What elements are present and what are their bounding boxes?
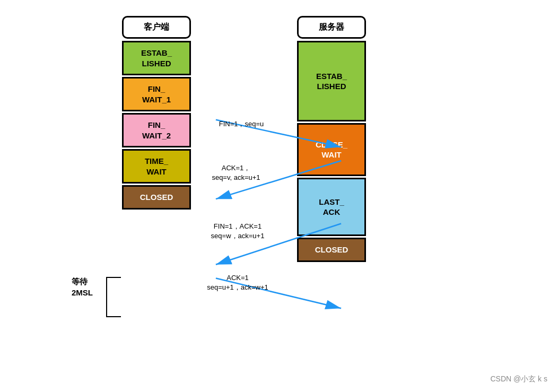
client-state-closed: CLOSED — [122, 185, 191, 210]
server-state-last-ack: LAST_ ACK — [297, 178, 366, 236]
msl-annotation: 等待 2MSL — [72, 276, 93, 298]
client-header: 客户端 — [122, 16, 191, 39]
server-state-closed: CLOSED — [297, 238, 366, 262]
client-state-established: ESTAB_ LISHED — [122, 41, 191, 75]
msg1: FIN=1，seq=u — [196, 119, 286, 129]
msg2: ACK=1，seq=v, ack=u+1 — [186, 163, 286, 182]
client-state-fin-wait1: FIN_ WAIT_1 — [122, 77, 191, 111]
watermark: CSDN @小玄 k s — [490, 374, 547, 384]
arrows-svg — [53, 16, 504, 377]
msg4: ACK=1seq=u+1，ack=w+1 — [185, 273, 291, 292]
client-state-time-wait: TIME_ WAIT — [122, 149, 191, 184]
server-state-close-wait: CLOSE_ WAIT — [297, 123, 366, 176]
diagram: 客户端 ESTAB_ LISHED FIN_ WAIT_1 FIN_ WAIT_… — [53, 16, 504, 377]
server-state-established: ESTAB_ LISHED — [297, 41, 366, 121]
server-column: 服务器 ESTAB_ LISHED CLOSE_ WAIT LAST_ ACK … — [297, 16, 366, 262]
server-header: 服务器 — [297, 16, 366, 39]
client-column: 客户端 ESTAB_ LISHED FIN_ WAIT_1 FIN_ WAIT_… — [122, 16, 191, 210]
client-state-fin-wait2: FIN_ WAIT_2 — [122, 113, 191, 147]
msl-bracket — [106, 277, 121, 317]
msg3: FIN=1，ACK=1seq=w，ack=u+1 — [185, 222, 291, 241]
